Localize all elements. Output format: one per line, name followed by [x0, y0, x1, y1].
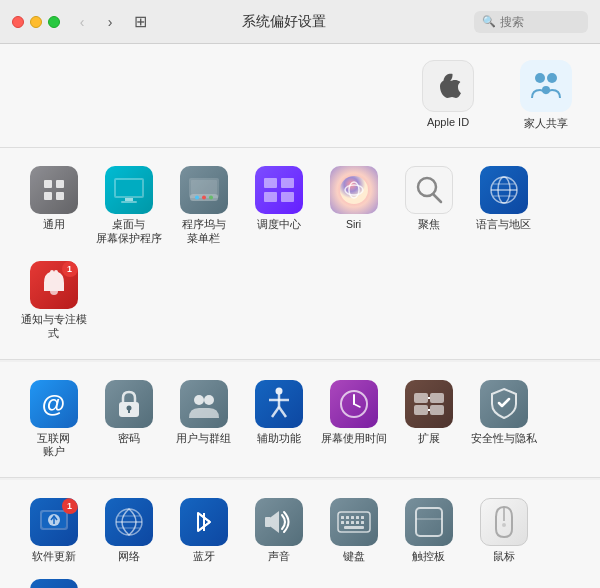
- svg-rect-17: [264, 178, 277, 188]
- family-item[interactable]: 家人共享: [512, 56, 580, 135]
- svg-rect-3: [44, 180, 52, 188]
- svg-rect-63: [341, 516, 344, 519]
- pref-screentime[interactable]: 屏幕使用时间: [316, 374, 391, 465]
- spotlight-label: 聚焦: [418, 218, 440, 232]
- apple-id-item[interactable]: Apple ID: [414, 56, 482, 135]
- svg-rect-71: [356, 521, 359, 524]
- accessibility-icon: [255, 380, 303, 428]
- svg-rect-70: [351, 521, 354, 524]
- svg-rect-68: [341, 521, 344, 524]
- family-label: 家人共享: [524, 116, 568, 131]
- pref-general[interactable]: 通用: [16, 160, 91, 251]
- extensions-label: 扩展: [418, 432, 440, 446]
- titlebar: ‹ › ⊞ 系统偏好设置 🔍: [0, 0, 600, 44]
- desktop-icon: [105, 166, 153, 214]
- svg-rect-46: [414, 405, 428, 415]
- svg-point-21: [340, 176, 368, 204]
- pref-bluetooth[interactable]: 蓝牙: [166, 492, 241, 570]
- close-button[interactable]: [12, 16, 24, 28]
- software-label: 软件更新: [32, 550, 76, 564]
- svg-rect-19: [264, 192, 277, 202]
- minimize-button[interactable]: [30, 16, 42, 28]
- svg-rect-12: [191, 180, 217, 194]
- pref-users[interactable]: 用户与群组: [166, 374, 241, 465]
- search-input[interactable]: [500, 15, 580, 29]
- pref-keyboard[interactable]: 键盘: [316, 492, 391, 570]
- svg-rect-72: [361, 521, 364, 524]
- pref-trackpad[interactable]: 触控板: [391, 492, 466, 570]
- pref-accessibility[interactable]: 辅助功能: [241, 374, 316, 465]
- svg-line-43: [354, 404, 360, 407]
- notification-label: 通知与专注模式: [20, 313, 87, 340]
- internet-icon: @: [30, 380, 78, 428]
- svg-rect-47: [430, 405, 444, 415]
- pref-network[interactable]: 网络: [91, 492, 166, 570]
- pref-grid-2: @ 互联网账户 密码: [16, 374, 584, 465]
- pref-dock[interactable]: 程序坞与菜单栏: [166, 160, 241, 251]
- section-3: 1 软件更新 网络: [0, 480, 600, 588]
- section-2: @ 互联网账户 密码: [0, 362, 600, 478]
- search-box[interactable]: 🔍: [474, 11, 588, 33]
- pref-security[interactable]: 安全性与隐私: [466, 374, 541, 465]
- keyboard-icon: [330, 498, 378, 546]
- software-badge: 1: [62, 498, 78, 514]
- notification-icon: 1: [30, 261, 78, 309]
- screentime-icon: [330, 380, 378, 428]
- pref-sound[interactable]: 声音: [241, 492, 316, 570]
- security-icon: [480, 380, 528, 428]
- apple-id-label: Apple ID: [427, 116, 469, 128]
- pref-software[interactable]: 1 软件更新: [16, 492, 91, 570]
- apple-logo-icon: [432, 70, 464, 102]
- svg-rect-10: [121, 201, 137, 203]
- pref-notification[interactable]: 1 通知与专注模式: [16, 255, 91, 346]
- svg-rect-20: [281, 192, 294, 202]
- section-1: 通用 桌面与屏幕保护程序 程序坞与菜单栏 调度中心: [0, 148, 600, 360]
- svg-rect-61: [265, 517, 271, 527]
- bluetooth-icon: [180, 498, 228, 546]
- svg-rect-74: [416, 508, 442, 536]
- svg-point-77: [502, 523, 506, 527]
- svg-rect-65: [351, 516, 354, 519]
- pref-language[interactable]: 语言与地区: [466, 160, 541, 251]
- dock-label: 程序坞与菜单栏: [182, 218, 226, 245]
- password-icon: [105, 380, 153, 428]
- mouse-icon: [480, 498, 528, 546]
- pref-mouse[interactable]: 鼠标: [466, 492, 541, 570]
- svg-line-40: [279, 407, 286, 417]
- svg-rect-4: [56, 180, 64, 188]
- svg-point-34: [194, 395, 204, 405]
- svg-line-39: [272, 407, 279, 417]
- pref-grid-1: 通用 桌面与屏幕保护程序 程序坞与菜单栏 调度中心: [16, 160, 584, 347]
- users-icon: [180, 380, 228, 428]
- pref-spotlight[interactable]: 聚焦: [391, 160, 466, 251]
- pref-mission[interactable]: 调度中心: [241, 160, 316, 251]
- svg-rect-73: [344, 526, 364, 529]
- sound-icon: [255, 498, 303, 546]
- window-title: 系统偏好设置: [101, 13, 466, 31]
- family-svg-icon: [528, 68, 564, 104]
- search-icon: 🔍: [482, 15, 496, 28]
- notification-badge: 1: [62, 261, 78, 277]
- pref-display[interactable]: 显示器: [16, 573, 91, 588]
- pref-internet[interactable]: @ 互联网账户: [16, 374, 91, 465]
- svg-rect-5: [44, 192, 52, 200]
- svg-rect-66: [356, 516, 359, 519]
- pref-password[interactable]: 密码: [91, 374, 166, 465]
- network-label: 网络: [118, 550, 140, 564]
- siri-label: Siri: [346, 218, 361, 232]
- back-button[interactable]: ‹: [72, 12, 92, 32]
- pref-desktop[interactable]: 桌面与屏幕保护程序: [91, 160, 166, 251]
- pref-siri[interactable]: Siri: [316, 160, 391, 251]
- language-icon: [480, 166, 528, 214]
- pref-extensions[interactable]: 扩展: [391, 374, 466, 465]
- content-area: Apple ID 家人共享 通用: [0, 44, 600, 588]
- internet-label: 互联网账户: [37, 432, 70, 459]
- fullscreen-button[interactable]: [48, 16, 60, 28]
- svg-rect-8: [116, 180, 142, 196]
- security-label: 安全性与隐私: [471, 432, 537, 446]
- software-icon: 1: [30, 498, 78, 546]
- svg-point-36: [275, 387, 282, 394]
- svg-rect-9: [125, 198, 133, 201]
- svg-rect-44: [414, 393, 428, 403]
- mission-icon: [255, 166, 303, 214]
